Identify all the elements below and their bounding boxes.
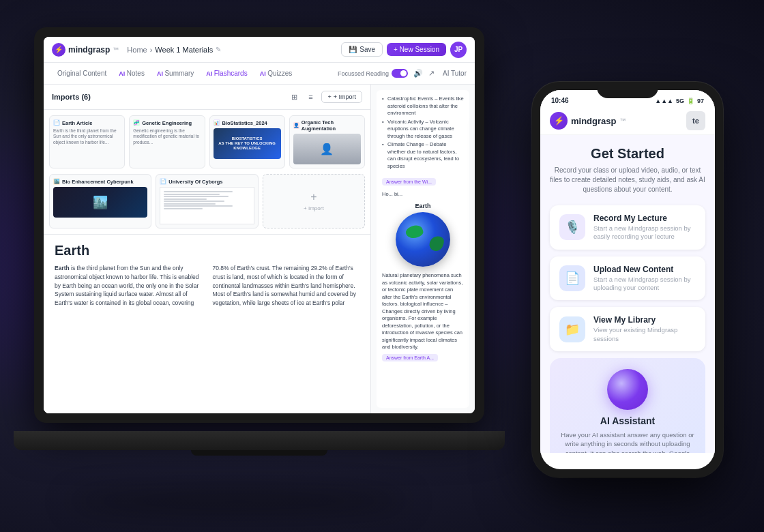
view-library-desc: View your existing Mindgrasp sessions (593, 326, 696, 343)
imports-grid: 📄 Earth Article Earth is the third plane… (44, 110, 370, 174)
how-text: Ho... bi... (382, 191, 464, 197)
grid-actions: ⊞ ≡ (287, 90, 317, 104)
network-type: 5G (676, 98, 684, 104)
share-icon[interactable]: ↗ (428, 69, 435, 78)
organic-tech-image: 👤 (293, 134, 361, 164)
right-panel: Catastrophic Events – Events like astero… (371, 85, 475, 413)
upload-content-title: Upload New Content (593, 265, 696, 274)
volume-icon[interactable]: 🔊 (413, 69, 423, 78)
earth-image-area: Earth (382, 203, 464, 267)
bullet-item-3: Climate Change – Debate whether due to n… (382, 141, 464, 170)
breadcrumb-home[interactable]: Home (127, 46, 147, 54)
import-card-genetics[interactable]: 🧬 Genetic Engineering Genetic engineerin… (129, 115, 205, 168)
battery-level: 🔋 (687, 98, 694, 104)
right-panel-content: Catastrophic Events – Events like astero… (377, 90, 469, 408)
save-button[interactable]: 💾 Save (341, 42, 383, 57)
user-avatar[interactable]: JP (450, 42, 467, 58)
logo-icon (52, 43, 65, 57)
focused-reading-label: Focussed Reading (338, 70, 389, 77)
import-card-organic-tech[interactable]: 👤 Organic Tech Augmentation 👤 (289, 115, 365, 168)
earth-article-icon: 📄 (53, 119, 60, 126)
list-view-icon[interactable]: ≡ (304, 90, 317, 104)
earth-image-label: Earth (382, 203, 464, 209)
laptop-base (14, 431, 505, 450)
phone-time: 10:46 (551, 97, 569, 104)
genetics-icon: 🧬 (133, 119, 140, 126)
view-library-title: View My Library (593, 315, 696, 325)
network-signal-icon: ▲▲▲ (655, 98, 673, 104)
earth-article-body: Earth is the third planet from the Sun a… (53, 128, 121, 145)
phone-logo-icon: ⚡ (550, 112, 568, 130)
genetics-title: Genetic Engineering (142, 120, 192, 126)
tab-summary[interactable]: AI Summary (151, 67, 199, 80)
laptop-device: mindgrasp ™ Home › Week 1 Materials ✎ 💾 … (34, 27, 498, 505)
add-import-card[interactable]: + + Import (263, 174, 365, 228)
imports-header: Imports (6) ⊞ ≡ + + Import (44, 85, 370, 110)
organic-tech-title: Organic Tech Augmentation (302, 119, 361, 132)
phone-notch (597, 82, 658, 98)
import-card-university[interactable]: 📄 University Of Cyborgs (156, 174, 258, 228)
article-body: Earth is the third planet from the Sun a… (55, 264, 359, 308)
ai-assistant-card[interactable]: AI Assistant Have your AI assistant answ… (550, 358, 705, 453)
laptop-screen: mindgrasp ™ Home › Week 1 Materials ✎ 💾 … (44, 37, 475, 413)
import-card-cyberpunk[interactable]: 🏙️ Bio Enhancement Cyberpunk 🏙️ (49, 174, 151, 228)
ai-assistant-title: AI Assistant (561, 415, 694, 426)
biostats-icon: 📊 (214, 119, 220, 126)
header-actions: 💾 Save + New Session JP (341, 42, 467, 58)
phone-logo: ⚡ mindgrasp ™ (550, 112, 626, 130)
phone-user-avatar[interactable]: te (686, 111, 705, 130)
organic-tech-icon: 👤 (293, 122, 299, 129)
new-session-button[interactable]: + New Session (387, 43, 446, 56)
tab-original-content[interactable]: Original Content (52, 67, 112, 80)
phone-main: Get Started Record your class or upload … (540, 135, 715, 453)
breadcrumb-current: Week 1 Materials (155, 46, 213, 54)
breadcrumb: Home › Week 1 Materials ✎ (127, 46, 341, 54)
new-session-label: + New Session (394, 46, 439, 53)
upload-content-card[interactable]: 📄 Upload New Content Start a new Mindgra… (550, 256, 705, 301)
phone-avatar-initials: te (692, 117, 699, 125)
ai-assistant-desc: Have your AI assistant answer any questi… (561, 430, 694, 453)
record-lecture-desc: Start a new Mindgrasp session by easily … (593, 224, 696, 241)
bullet-section: Catastrophic Events – Events like astero… (382, 95, 464, 170)
biostats-image: BIOSTATISTICSAS THE KEY TO UNLOCKING KNO… (214, 128, 281, 159)
ai-tutor-tab[interactable]: AI Tutor (443, 70, 467, 77)
ai-orb (607, 369, 648, 410)
phone-app-header: ⚡ mindgrasp ™ te (540, 107, 715, 135)
imports-title: Imports (6) (52, 93, 91, 101)
add-import-label: + Import (304, 205, 324, 211)
earth-globe (396, 212, 450, 267)
view-library-icon: 📁 (559, 316, 585, 342)
second-row-cards: 🏙️ Bio Enhancement Cyberpunk 🏙️ 📄 (44, 174, 370, 234)
tab-notes[interactable]: AI Notes (113, 67, 150, 80)
cyberpunk-icon: 🏙️ (53, 178, 60, 185)
save-label: Save (359, 46, 375, 53)
bullet-item-2: Volcanic Activity – Volcanic eruptions c… (382, 119, 464, 141)
record-lecture-card[interactable]: 🎙️ Record My Lecture Start a new Mindgra… (550, 205, 705, 250)
phone-device: 10:46 ▲▲▲ 5G 🔋 97 ⚡ mindgrasp ™ te (532, 82, 723, 477)
app-logo: mindgrasp ™ (52, 43, 119, 57)
tab-quizzes[interactable]: AI Quizzes (254, 67, 298, 80)
grid-view-icon[interactable]: ⊞ (287, 90, 301, 104)
university-title: University Of Cyborgs (168, 179, 222, 185)
body-text: Natural planetary phenomena such as volc… (382, 272, 464, 351)
import-button[interactable]: + + Import (321, 91, 362, 103)
edit-icon[interactable]: ✎ (216, 46, 221, 53)
phone-status-right: ▲▲▲ 5G 🔋 97 (655, 98, 704, 104)
get-started-title: Get Started (550, 146, 705, 162)
main-content: Imports (6) ⊞ ≡ + + Import (44, 85, 475, 413)
get-started-subtitle: Record your class or upload video, audio… (550, 166, 705, 194)
view-library-card[interactable]: 📁 View My Library View your existing Min… (550, 307, 705, 351)
upload-content-icon: 📄 (559, 265, 585, 291)
avatar-initials: JP (454, 46, 462, 53)
import-card-biostats[interactable]: 📊 BioStatistics_2024 BIOSTATISTICSAS THE… (209, 115, 285, 168)
app-header: mindgrasp ™ Home › Week 1 Materials ✎ 💾 … (44, 37, 475, 63)
earth-article-title: Earth Article (62, 120, 92, 126)
focused-reading-switch[interactable] (392, 69, 408, 78)
logo-trademark: ™ (113, 46, 119, 53)
record-lecture-title: Record My Lecture (593, 213, 696, 223)
tab-flashcards[interactable]: AI Flashcards (201, 67, 252, 80)
record-lecture-icon: 🎙️ (559, 214, 585, 240)
import-card-earth[interactable]: 📄 Earth Article Earth is the third plane… (49, 115, 125, 168)
logo-text: mindgrasp (68, 45, 110, 55)
cyberpunk-image: 🏙️ (53, 187, 147, 218)
